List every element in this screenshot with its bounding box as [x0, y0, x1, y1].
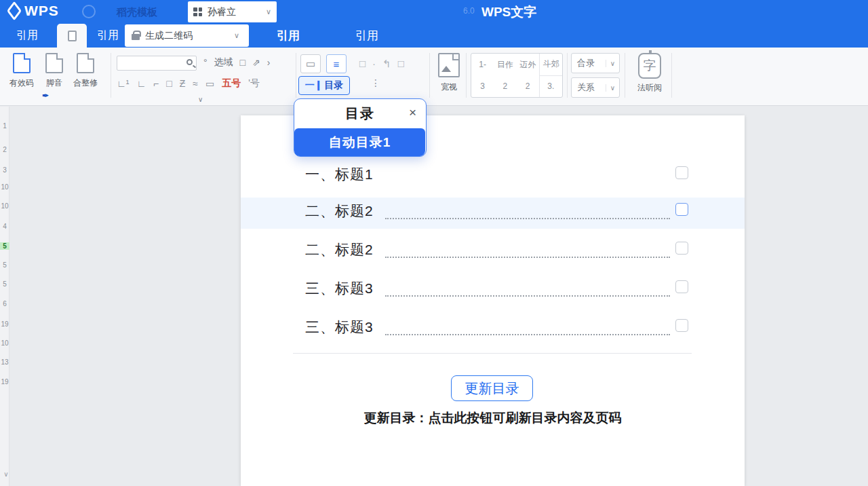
- close-icon[interactable]: ×: [409, 106, 416, 119]
- levels-cell: 2: [494, 75, 516, 97]
- size-suffix-label: '号: [248, 77, 260, 90]
- layout-icon: ▭: [306, 58, 315, 70]
- ribbon-button-label: 脚音: [46, 77, 62, 89]
- separator: [567, 53, 568, 98]
- share-icon[interactable]: ⇗: [252, 57, 260, 68]
- insert-icon-2[interactable]: ·: [372, 58, 376, 70]
- toc-entry-row[interactable]: 二、标题2: [241, 240, 745, 265]
- levels-cell: 1-: [471, 54, 494, 75]
- levels-cell: 3: [471, 75, 494, 97]
- auto-toc-option[interactable]: 自动目录1: [294, 128, 425, 156]
- search-icon: [186, 59, 193, 65]
- tab-reference-4[interactable]: 引用: [347, 24, 387, 48]
- user-dropdown[interactable]: 孙睿立 ∨: [188, 1, 277, 22]
- ruler-number: 3: [0, 166, 9, 174]
- caption-button[interactable]: 宽视: [434, 53, 464, 93]
- index-dropdown-1[interactable]: 合录 ∨: [571, 53, 620, 73]
- ribbon-field-row: ° 选域 □ ⇗ ›: [203, 56, 270, 69]
- layout-button-2[interactable]: ≡: [326, 54, 347, 73]
- toc-entry-row[interactable]: 一、标题1: [241, 165, 745, 189]
- document-icon: [68, 31, 77, 41]
- flag-icon: ✒: [42, 91, 49, 100]
- toc-button-prefix-icon: 一❙: [305, 79, 323, 92]
- wps-logo[interactable]: WPS: [8, 3, 59, 19]
- tab-reference-1[interactable]: 引用: [5, 24, 49, 48]
- app-title-ghost: 6.0: [463, 6, 475, 16]
- lock-icon: [132, 34, 140, 40]
- layout-button-1[interactable]: ▭: [300, 54, 321, 73]
- ruler-number: 4: [0, 223, 9, 230]
- toc-popup-title: 目录: [345, 105, 375, 123]
- read-aloud-label: 法听阅: [637, 82, 662, 94]
- format-icon-5[interactable]: Ƶ: [180, 78, 186, 89]
- member-badge-icon[interactable]: [82, 5, 96, 18]
- format-icon-2[interactable]: ∟: [136, 78, 146, 89]
- ruler-number: 10: [0, 202, 9, 210]
- ruler-end-icon: ∨: [1, 470, 11, 478]
- toc-entry-text: 三、标题3: [305, 318, 374, 337]
- group-expand-icon[interactable]: ∨: [198, 96, 203, 103]
- page-icon: [13, 53, 31, 73]
- separator: [466, 53, 467, 98]
- field-label[interactable]: 选域: [214, 56, 233, 69]
- list-icon: ≡: [334, 58, 340, 70]
- tab-reference-3[interactable]: 引用: [269, 24, 308, 48]
- format-icon-7[interactable]: ▭: [205, 78, 214, 89]
- app-title: WPS文字: [481, 3, 536, 21]
- document-page: 一、标题1 二、标题2 二、标题2 三、标题3 三、标题3 更新目录 更新目录：…: [241, 115, 745, 486]
- format-icon-1[interactable]: ∟¹: [117, 78, 129, 89]
- wps-logo-text: WPS: [24, 3, 59, 19]
- toc-entry-text: 一、标题1: [305, 165, 374, 184]
- more-icon[interactable]: ›: [267, 57, 271, 68]
- toc-entry-checkbox[interactable]: [675, 280, 688, 293]
- ribbon-icon-row: □ · ↰ □: [359, 58, 404, 70]
- ribbon-button-1[interactable]: 有效码: [5, 53, 38, 89]
- ribbon-format-row: ∟¹ ∟ ⌐ □ Ƶ ≈ ▭ 五号 '号: [117, 77, 260, 90]
- toc-entry-row[interactable]: 三、标题3: [241, 279, 745, 303]
- update-toc-button[interactable]: 更新目录: [451, 375, 533, 401]
- toc-entry-text: 二、标题2: [305, 202, 374, 221]
- page-icon: [77, 53, 94, 73]
- read-aloud-button[interactable]: 字 法听阅: [633, 53, 666, 94]
- tab-dropdown[interactable]: 生成二维码 ∨: [125, 24, 249, 47]
- index-dropdown-2[interactable]: 关系 ∨: [571, 77, 620, 98]
- ruler-number: 5: [0, 280, 9, 288]
- sparkle-icon: °: [203, 57, 208, 68]
- ruler-number: 13: [0, 358, 9, 366]
- levels-cell: 斗郊: [540, 54, 562, 76]
- ribbon-button-3[interactable]: 合整修: [69, 53, 102, 89]
- comment-icon[interactable]: □: [240, 57, 245, 68]
- toc-entry-row[interactable]: 三、标题3: [241, 318, 745, 342]
- section-divider: [293, 353, 692, 354]
- toc-entry-row[interactable]: 二、标题2: [241, 202, 745, 226]
- ribbon-tab-bar: 引用 引用 生成二维码 ∨ 引用 引用: [0, 24, 868, 48]
- grid-icon: [193, 7, 202, 16]
- ruler-number: 10: [0, 339, 9, 347]
- insert-icon-3[interactable]: ↰: [382, 58, 391, 70]
- toc-button[interactable]: 一❙ 目录: [298, 76, 350, 95]
- more-options-icon[interactable]: ⋮: [371, 77, 380, 88]
- search-input[interactable]: [117, 56, 197, 71]
- ruler-number: 5: [0, 261, 9, 269]
- font-size-label[interactable]: 五号: [222, 77, 241, 90]
- format-icon-3[interactable]: ⌐: [153, 78, 159, 89]
- format-icon-6[interactable]: ≈: [193, 78, 198, 89]
- toc-entry-checkbox[interactable]: [675, 166, 688, 179]
- format-icon-4[interactable]: □: [166, 78, 172, 89]
- toc-entry-checkbox[interactable]: [675, 319, 688, 332]
- toc-entry-checkbox[interactable]: [675, 242, 688, 255]
- dot-leader: [385, 218, 670, 219]
- ruler-number: 1: [0, 122, 9, 130]
- insert-icon-4[interactable]: □: [398, 58, 404, 70]
- caption-button-label: 宽视: [441, 81, 457, 93]
- levels-cell: 迈外: [517, 54, 539, 75]
- chevron-down-icon: ∨: [606, 84, 619, 92]
- toc-entry-checkbox[interactable]: [675, 203, 688, 216]
- insert-icon-1[interactable]: □: [359, 58, 366, 70]
- toc-popup: 目录 × 自动目录1: [294, 98, 427, 157]
- titlebar-faint-label[interactable]: 稻壳模板: [117, 6, 157, 19]
- tab-document[interactable]: [57, 24, 87, 48]
- toc-levels-widget[interactable]: 1- 3 目作 2 迈外 2 斗郊 3.: [471, 53, 563, 98]
- ribbon-button-2[interactable]: 脚音: [38, 53, 71, 89]
- tab-reference-2[interactable]: 引用: [89, 24, 127, 48]
